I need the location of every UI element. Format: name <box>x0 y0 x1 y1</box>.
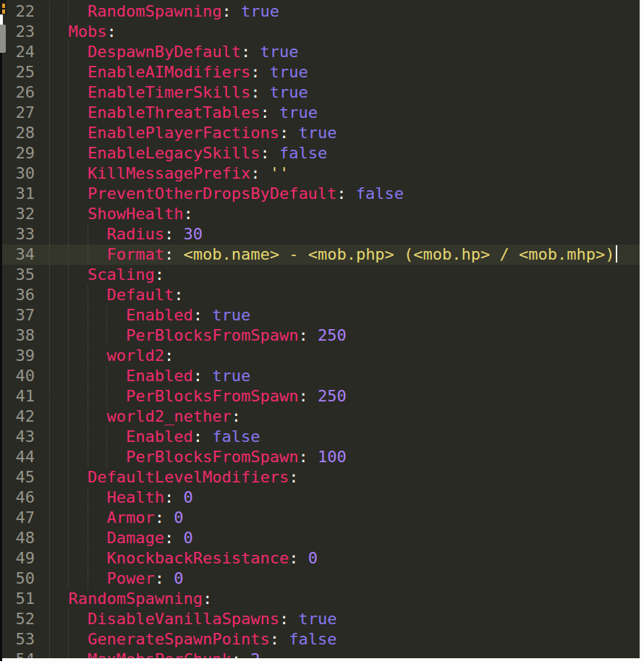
code-line[interactable]: 26 EnableTimerSkills: true <box>0 82 640 103</box>
value-separator <box>279 630 289 648</box>
left-scrollbar-thumb[interactable] <box>0 25 6 53</box>
code-line[interactable]: 37 Enabled: true <box>0 305 640 325</box>
yaml-key: PerBlocksFromSpawn <box>126 448 298 466</box>
line-number: 28 <box>0 123 35 143</box>
code-line[interactable]: 36 Default: <box>0 285 640 305</box>
code-line[interactable]: 28 EnablePlayerFactions: true <box>0 123 640 143</box>
code-line[interactable]: 42 world2_nether: <box>0 407 640 427</box>
code-line-content: EnableLegacySkills: false <box>49 143 327 163</box>
line-number: 29 <box>0 143 35 163</box>
yaml-key: Scaling <box>88 265 155 284</box>
code-line[interactable]: 27 EnableThreatTables: true <box>0 103 640 123</box>
colon-punctuation: : <box>203 589 212 608</box>
code-line[interactable]: 23 Mobs: <box>0 22 640 42</box>
line-number: 34 <box>0 244 35 265</box>
code-line-content: Damage: 0 <box>49 528 193 548</box>
yaml-value: true <box>270 83 308 101</box>
code-line[interactable]: 31 PreventOtherDropsByDefault: false <box>0 184 640 204</box>
colon-punctuation: : <box>164 529 174 547</box>
yaml-value: true <box>298 124 336 142</box>
code-line-content: KnockbackResistance: 0 <box>49 548 318 569</box>
code-line[interactable]: 44 PerBlocksFromSpawn: 100 <box>0 447 640 467</box>
yaml-key: GenerateSpawnPoints <box>88 630 270 648</box>
yaml-value: true <box>279 103 318 122</box>
code-line-content: PreventOtherDropsByDefault: false <box>49 184 404 204</box>
yaml-value: true <box>241 2 279 20</box>
code-line-content: world2_nether: <box>49 407 241 427</box>
yaml-key: KillMessagePrefix <box>88 164 250 182</box>
code-line[interactable]: 39 world2: <box>0 346 640 366</box>
code-line-content: EnablePlayerFactions: true <box>49 123 336 143</box>
line-number: 25 <box>0 62 35 82</box>
yaml-key: EnableLegacySkills <box>88 144 260 162</box>
code-line[interactable]: 30 KillMessagePrefix: '' <box>0 163 640 184</box>
code-line[interactable]: 52 DisableVanillaSpawns: true <box>0 609 640 629</box>
yaml-key: ShowHealth <box>88 205 183 223</box>
code-line-content: Radius: 30 <box>49 224 203 244</box>
code-line-content: DespawnByDefault: true <box>49 42 298 62</box>
indent-whitespace <box>49 488 106 506</box>
indent-whitespace <box>49 164 88 182</box>
yaml-key: EnableThreatTables <box>88 103 260 122</box>
code-line[interactable]: 49 KnockbackResistance: 0 <box>0 548 640 569</box>
value-separator <box>164 508 174 527</box>
code-line[interactable]: 29 EnableLegacySkills: false <box>0 143 640 163</box>
code-line[interactable]: 45 DefaultLevelModifiers: <box>0 467 640 488</box>
code-line[interactable]: 25 EnableAIModifiers: true <box>0 62 640 82</box>
code-line[interactable]: 35 Scaling: <box>0 265 640 285</box>
code-line[interactable]: 51 RandomSpawning: <box>0 589 640 609</box>
yaml-value: false <box>279 144 327 162</box>
line-number: 53 <box>0 629 35 650</box>
yaml-value: false <box>212 427 260 446</box>
code-line-content: RandomSpawning: true <box>49 1 279 22</box>
colon-punctuation: : <box>164 225 174 243</box>
yaml-value: true <box>212 367 250 385</box>
colon-punctuation: : <box>250 83 260 101</box>
yaml-key: Default <box>106 286 174 304</box>
code-line[interactable]: 46 Health: 0 <box>0 488 640 508</box>
code-line[interactable]: 48 Damage: 0 <box>0 528 640 548</box>
yaml-key: world2 <box>106 346 164 365</box>
indent-whitespace <box>49 630 88 648</box>
code-line-content: ShowHealth: <box>49 204 193 224</box>
code-line[interactable]: 34 Format: <mob.name> - <mob.php> (<mob.… <box>0 244 640 265</box>
yaml-key: DisableVanillaSpawns <box>88 610 279 628</box>
code-line-content: Enabled: true <box>49 305 250 325</box>
code-editor-viewport[interactable]: 22 RandomSpawning: true23 Mobs:24 Despaw… <box>0 0 640 658</box>
code-line[interactable]: 47 Armor: 0 <box>0 508 640 528</box>
code-line-content: PerBlocksFromSpawn: 250 <box>49 325 347 346</box>
code-line[interactable]: 43 Enabled: false <box>0 427 640 447</box>
code-line-content: Enabled: true <box>49 366 250 386</box>
indent-whitespace <box>49 63 88 81</box>
value-separator <box>250 43 260 61</box>
yaml-key: Armor <box>106 508 154 527</box>
left-edge-panel-fragment <box>0 0 7 14</box>
code-line[interactable]: 54 MaxMobsPerChunk: 2 <box>0 650 640 658</box>
line-number: 26 <box>0 82 35 103</box>
code-line[interactable]: 41 PerBlocksFromSpawn: 250 <box>0 386 640 407</box>
colon-punctuation: : <box>221 2 231 20</box>
code-line[interactable]: 22 RandomSpawning: true <box>0 1 640 22</box>
code-line[interactable]: 40 Enabled: true <box>0 366 640 386</box>
yaml-value: false <box>356 184 404 203</box>
yaml-key: EnableTimerSkills <box>88 83 250 101</box>
colon-punctuation: : <box>260 103 269 122</box>
yaml-key: KnockbackResistance <box>106 549 289 567</box>
indent-whitespace <box>49 468 88 486</box>
indent-whitespace <box>49 286 106 304</box>
code-line[interactable]: 33 Radius: 30 <box>0 224 640 244</box>
code-line[interactable]: 24 DespawnByDefault: true <box>0 42 640 62</box>
value-separator <box>308 448 318 466</box>
code-line[interactable]: 38 PerBlocksFromSpawn: 250 <box>0 325 640 346</box>
yaml-value: 0 <box>174 508 183 527</box>
colon-punctuation: : <box>155 265 164 284</box>
code-line[interactable]: 32 ShowHealth: <box>0 204 640 224</box>
value-separator <box>347 184 356 203</box>
colon-punctuation: : <box>279 610 289 628</box>
code-line[interactable]: 50 Power: 0 <box>0 569 640 589</box>
code-line[interactable]: 53 GenerateSpawnPoints: false <box>0 629 640 650</box>
code-line-content: Armor: 0 <box>49 508 183 528</box>
code-line-content: EnableThreatTables: true <box>49 103 318 123</box>
value-separator <box>289 124 298 142</box>
colon-punctuation: : <box>289 468 298 486</box>
